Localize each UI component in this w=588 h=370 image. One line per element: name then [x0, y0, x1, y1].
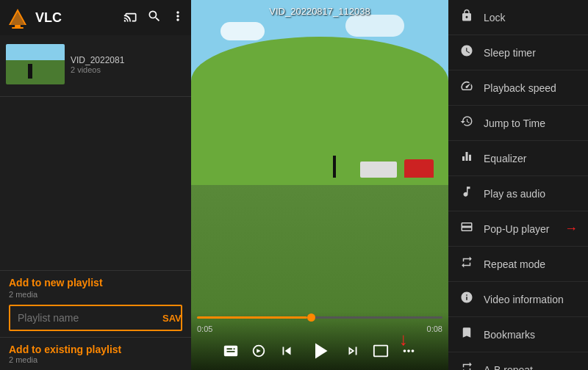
lock-icon [459, 9, 475, 26]
playlist-input-row: SAVE [9, 305, 182, 331]
menu-label-equalizer: Equalizer [484, 153, 526, 164]
progress-bar[interactable] [197, 316, 442, 319]
menu-label-lock: Lock [484, 12, 506, 23]
menu-item-lock[interactable]: Lock [448, 0, 588, 35]
svg-rect-3 [12, 27, 24, 29]
vlc-logo [6, 6, 29, 29]
video-information-icon [459, 291, 475, 308]
menu-item-bookmarks[interactable]: Bookmarks [448, 317, 588, 352]
playback-speed-icon [459, 79, 475, 96]
menu-item-ab-repeat[interactable]: A-B repeat [448, 352, 588, 370]
playlist-save-button[interactable]: SAVE [154, 307, 182, 330]
right-panel: LockSleep timerPlayback speedJump to Tim… [448, 0, 588, 370]
menu-item-video-information[interactable]: Video information [448, 282, 588, 317]
popup-player-icon [459, 220, 475, 237]
divider-1 [0, 96, 191, 97]
time-start: 0:05 [197, 324, 212, 333]
add-playlist-title: Add to new playlist [9, 277, 182, 289]
figure-person [333, 156, 336, 178]
ab-repeat-icon [459, 361, 475, 370]
video-controls: 0:05 0:08 [191, 312, 448, 370]
jump-to-time-icon [459, 115, 475, 131]
equalizer-icon [459, 150, 475, 167]
progress-thumb [307, 313, 315, 322]
play-pause-button[interactable] [306, 338, 333, 364]
menu-item-equalizer[interactable]: Equalizer [448, 141, 588, 176]
menu-item-jump-to-time[interactable]: Jump to Time [448, 106, 588, 141]
playlist-name-input[interactable] [10, 306, 154, 330]
cast-icon[interactable] [123, 9, 138, 27]
add-existing-meta: 2 media [9, 355, 182, 364]
left-panel: VLC VID_2022081 2 videos [0, 0, 191, 370]
app-title: VLC [35, 10, 118, 26]
red-arrow-indicator: ↓ [399, 329, 408, 349]
more-vert-icon[interactable] [171, 9, 185, 27]
menu-label-sleep-timer: Sleep timer [484, 47, 536, 59]
thumbnail-item[interactable]: VID_2022081 2 videos [6, 41, 185, 87]
menu-label-repeat-mode: Repeat mode [484, 258, 545, 270]
menu-label-jump-to-time: Jump to Time [484, 117, 545, 129]
progress-fill [197, 316, 307, 319]
menu-item-sleep-timer[interactable]: Sleep timer [448, 35, 588, 70]
thumbnail-meta: 2 videos [71, 65, 185, 74]
menu-label-popup-player: Pop-Up player [484, 223, 550, 235]
add-playlist-meta: 2 media [9, 290, 182, 299]
top-bar-icons [123, 9, 185, 27]
screen-resize-button[interactable] [373, 343, 389, 359]
add-existing-section: Add to existing playlist 2 media [0, 337, 191, 370]
video-title-bar: VID_20220817_112038 [191, 0, 448, 22]
sleep-timer-icon [459, 44, 475, 61]
time-end: 0:08 [427, 324, 442, 333]
menu-item-play-as-audio[interactable]: Play as audio [448, 176, 588, 211]
video-filename: VID_20220817_112038 [269, 6, 370, 17]
truck-red [404, 159, 434, 178]
menu-item-repeat-mode[interactable]: Repeat mode [448, 247, 588, 282]
thumbnail-name: VID_2022081 [71, 55, 185, 65]
thumbnail-section: VID_2022081 2 videos [0, 35, 191, 93]
svg-rect-2 [15, 25, 21, 27]
next-button[interactable] [345, 343, 361, 359]
menu-item-playback-speed[interactable]: Playback speed [448, 70, 588, 106]
menu-item-popup-player[interactable]: Pop-Up player→ [448, 211, 588, 247]
bookmarks-icon [459, 326, 475, 343]
menu-label-ab-repeat: A-B repeat [484, 364, 533, 371]
menu-label-video-information: Video information [484, 294, 564, 305]
cloud1 [220, 22, 265, 40]
repeat-mode-icon [459, 255, 475, 272]
search-icon[interactable] [147, 9, 162, 27]
menu-label-play-as-audio: Play as audio [484, 188, 545, 200]
menu-label-playback-speed: Playback speed [484, 82, 556, 94]
thumbnail-image [6, 44, 65, 84]
video-panel: VID_20220817_112038 0:05 0:08 [191, 0, 448, 370]
menu-label-bookmarks: Bookmarks [484, 329, 535, 341]
thumbnail-info: VID_2022081 2 videos [71, 55, 185, 74]
subtitle-button[interactable] [223, 343, 239, 359]
add-existing-title: Add to existing playlist [9, 344, 182, 355]
spacer [0, 100, 191, 270]
prev-button[interactable] [279, 343, 295, 359]
audio-button[interactable] [251, 343, 267, 359]
popup-player-arrow: → [564, 221, 578, 236]
add-playlist-section: Add to new playlist 2 media SAVE [0, 270, 191, 337]
top-bar: VLC [0, 0, 191, 35]
truck-white [360, 162, 397, 178]
play-as-audio-icon [459, 185, 475, 202]
